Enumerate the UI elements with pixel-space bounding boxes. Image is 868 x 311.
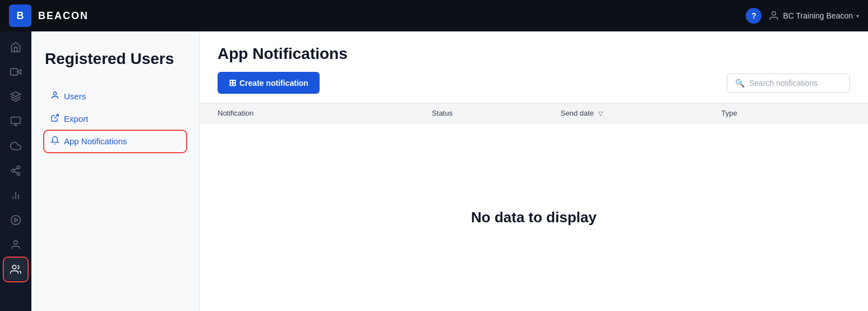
users-nav-label: Users	[64, 92, 86, 101]
svg-marker-3	[11, 92, 21, 97]
app-notifications-nav-label: App Notifications	[64, 136, 127, 146]
export-nav-icon	[50, 113, 59, 125]
logo-letter: B	[17, 10, 24, 22]
svg-point-17	[14, 241, 18, 245]
logo-box: B	[9, 4, 31, 27]
nav-play-icon[interactable]	[4, 209, 27, 231]
svg-rect-2	[11, 68, 17, 75]
create-notification-button[interactable]: ⊞ Create notification	[218, 72, 320, 94]
topnav-right: ? BC Training Beacon ▾	[746, 8, 859, 24]
empty-message: No data to display	[471, 209, 597, 226]
search-icon: 🔍	[735, 79, 745, 88]
nav-share-icon[interactable]	[4, 159, 27, 182]
nav-cloud-icon[interactable]	[4, 135, 27, 157]
nav-video-icon[interactable]	[4, 61, 27, 83]
svg-marker-16	[15, 218, 17, 222]
page-title: App Notifications	[218, 45, 850, 63]
svg-line-20	[54, 115, 58, 118]
svg-point-7	[17, 166, 20, 169]
table-header: Notification Status Send date ▽ Type	[200, 103, 868, 124]
svg-point-19	[53, 92, 56, 95]
users-nav-person-icon	[50, 91, 59, 102]
nav-users-icon[interactable]	[4, 258, 27, 281]
bell-icon	[50, 136, 59, 147]
col-notification: Notification	[218, 109, 432, 117]
sort-icon: ▽	[598, 110, 603, 117]
user-menu[interactable]: BC Training Beacon ▾	[768, 10, 859, 21]
nav-layers-icon[interactable]	[4, 85, 27, 108]
app-notifications-nav-item[interactable]: App Notifications	[45, 131, 186, 152]
chevron-down-icon: ▾	[856, 13, 859, 19]
export-nav-label: Export	[64, 114, 88, 124]
sub-sidebar: Registered Users Users Export App Notifi…	[31, 31, 200, 311]
nav-person-icon[interactable]	[4, 234, 27, 256]
sub-sidebar-title: Registered Users	[45, 49, 186, 68]
users-nav-item[interactable]: Users	[45, 86, 186, 107]
svg-point-8	[12, 170, 15, 172]
help-button[interactable]: ?	[746, 8, 761, 24]
top-nav: B BEACON ? BC Training Beacon ▾	[0, 0, 868, 31]
svg-rect-4	[11, 117, 21, 124]
svg-marker-1	[17, 70, 21, 74]
plus-icon: ⊞	[229, 77, 236, 88]
content-toolbar: ⊞ Create notification 🔍 Search notificat…	[218, 72, 850, 94]
svg-point-9	[17, 172, 20, 175]
col-type: Type	[722, 109, 850, 117]
user-avatar-icon	[768, 10, 779, 21]
logo-text: BEACON	[38, 10, 89, 22]
svg-point-0	[772, 12, 776, 16]
user-name: BC Training Beacon	[783, 11, 853, 20]
table-body: No data to display	[200, 124, 868, 311]
icon-sidebar	[0, 31, 31, 311]
svg-point-15	[11, 216, 21, 225]
search-notifications-input[interactable]: 🔍 Search notifications	[727, 74, 850, 93]
nav-monitor-icon[interactable]	[4, 110, 27, 132]
content-header: App Notifications ⊞ Create notification …	[200, 31, 868, 103]
svg-point-18	[12, 266, 16, 269]
nav-chart-icon[interactable]	[4, 184, 27, 207]
svg-line-11	[14, 168, 17, 170]
col-send-date[interactable]: Send date ▽	[561, 109, 722, 117]
svg-line-10	[14, 171, 17, 173]
content-area: App Notifications ⊞ Create notification …	[200, 31, 868, 311]
nav-home-icon[interactable]	[4, 36, 27, 58]
export-nav-item[interactable]: Export	[45, 109, 186, 129]
main-layout: Registered Users Users Export App Notifi…	[0, 31, 868, 311]
search-placeholder: Search notifications	[749, 79, 818, 88]
col-status: Status	[432, 109, 560, 117]
